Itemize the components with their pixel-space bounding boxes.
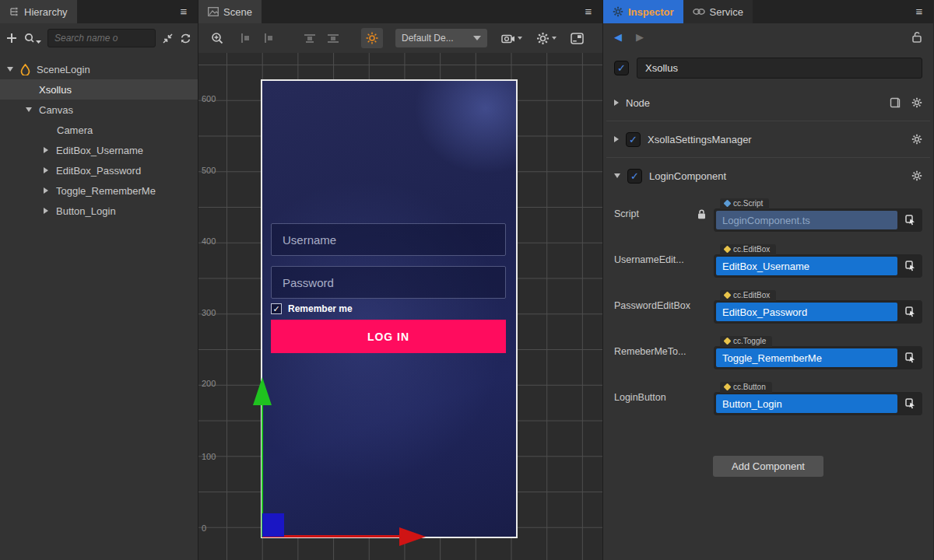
expand-arrow-icon[interactable] (7, 67, 13, 72)
login-component-header[interactable]: ✓ LoginComponent (603, 164, 933, 187)
ruler-label: 400 (202, 236, 220, 246)
component-enabled-checkbox[interactable]: ✓ (627, 169, 642, 184)
camera-tool[interactable] (501, 33, 522, 44)
refresh-icon[interactable] (180, 33, 191, 44)
gear-icon[interactable] (911, 170, 922, 181)
login-button-reference[interactable]: Button_Login (716, 394, 897, 413)
asset-picker-button[interactable] (900, 211, 920, 229)
tree-item-scenelogin[interactable]: SceneLogin (0, 59, 198, 79)
game-canvas-preview[interactable]: Username Password ✓ Remember me LOG IN (261, 79, 518, 538)
gear-icon[interactable] (911, 97, 922, 108)
scene-asset-icon (20, 64, 30, 75)
expand-arrow-icon[interactable] (26, 107, 32, 112)
username-editbox-property-label: UsernameEdit... (614, 254, 684, 265)
tree-item-button-login[interactable]: Button_Login (0, 201, 198, 221)
ruler-label: 0 (202, 523, 220, 533)
tree-item-canvas[interactable]: Canvas (0, 100, 198, 120)
password-editbox-reference[interactable]: EditBox_Password (716, 303, 897, 321)
username-field[interactable]: Username (271, 223, 506, 256)
password-editbox-property-label: PasswordEditBox (614, 300, 690, 311)
tab-hierarchy[interactable]: Hierarchy (0, 0, 77, 23)
search-input[interactable] (47, 29, 156, 47)
node-picker-button[interactable] (900, 303, 920, 321)
align-top-icon[interactable] (304, 33, 316, 44)
collapsed-arrow-icon[interactable] (614, 136, 619, 142)
scene-viewport[interactable]: 600 500 400 300 200 100 0 Username Passw… (198, 53, 602, 560)
asset-type-icon (724, 200, 732, 208)
hierarchy-menu-icon[interactable]: ≡ (177, 5, 190, 18)
username-editbox-reference[interactable]: EditBox_Username (716, 257, 897, 275)
collapsed-arrow-icon[interactable] (44, 147, 48, 153)
component-enabled-checkbox[interactable]: ✓ (626, 132, 641, 147)
node-picker-button[interactable] (900, 348, 920, 367)
remember-me-toggle[interactable]: ✓ Remember me (271, 303, 353, 314)
hierarchy-panel: Hierarchy ≡ (0, 0, 198, 560)
scene-image-icon (208, 7, 219, 16)
asset-type-icon (724, 338, 732, 345)
tree-item-label: Camera (57, 124, 93, 136)
node-name-input[interactable] (637, 58, 922, 79)
origin-handle[interactable] (262, 513, 284, 537)
login-component-label: LoginComponent (649, 170, 726, 182)
node-picker-button[interactable] (900, 394, 920, 413)
x-axis-arrowhead-icon[interactable] (399, 527, 426, 546)
password-field[interactable]: Password (271, 266, 506, 299)
inspector-menu-icon[interactable]: ≡ (913, 5, 925, 18)
script-asset-reference[interactable]: LoginComponent.ts (716, 211, 897, 229)
tab-scene-label: Scene (223, 6, 252, 18)
y-axis-arrowhead-icon[interactable] (253, 377, 272, 405)
hierarchy-toolbar (0, 23, 198, 53)
scene-toolbar: Default De... (198, 23, 602, 53)
node-active-checkbox[interactable]: ✓ (614, 61, 629, 75)
add-component-button[interactable]: Add Component (713, 456, 823, 477)
tree-item-toggle-rememberme[interactable]: Toggle_RememberMe (0, 180, 198, 201)
collapsed-arrow-icon[interactable] (44, 187, 48, 194)
tree-item-label: Toggle_RememberMe (56, 185, 156, 197)
node-section-header[interactable]: Node (603, 91, 933, 114)
collapsed-arrow-icon[interactable] (44, 167, 48, 173)
tree-item-editbox-password[interactable]: EditBox_Password (0, 160, 198, 180)
log-in-button[interactable]: LOG IN (271, 320, 506, 353)
back-arrow-icon[interactable]: ◀ (614, 31, 622, 43)
login-button-property-label: LoginButton (614, 392, 666, 403)
tree-item-label: Button_Login (56, 205, 116, 217)
docs-icon[interactable] (890, 97, 901, 108)
collapse-all-icon[interactable] (162, 33, 174, 44)
collapsed-arrow-icon[interactable] (614, 100, 619, 106)
scene-settings-tool[interactable] (536, 32, 557, 45)
tree-item-editbox-username[interactable]: EditBox_Username (0, 140, 198, 160)
gizmo-toggle-button[interactable] (361, 28, 383, 48)
collapsed-arrow-icon[interactable] (44, 208, 48, 214)
unlock-icon[interactable] (911, 31, 922, 43)
tree-item-label: EditBox_Password (56, 165, 141, 177)
align-middle-v-icon[interactable] (327, 33, 339, 44)
forward-arrow-icon[interactable]: ▶ (636, 31, 644, 43)
layout-tool[interactable] (571, 33, 584, 44)
camera-preset-dropdown[interactable]: Default De... (395, 29, 487, 47)
tree-item-label: Xsollus (39, 84, 72, 96)
settings-manager-header[interactable]: ✓ XsollaSettingsManager (603, 128, 933, 151)
zoom-icon[interactable] (211, 32, 224, 45)
tab-service[interactable]: Service (683, 0, 753, 23)
tab-scene[interactable]: Scene (198, 0, 262, 23)
tree-item-xsollus[interactable]: Xsollus (0, 79, 198, 100)
align-left-icon[interactable] (240, 33, 251, 44)
add-node-icon[interactable] (6, 33, 17, 44)
tree-item-label: SceneLogin (37, 64, 90, 75)
ruler-label: 500 (202, 166, 220, 175)
search-filter-icon[interactable] (23, 32, 41, 44)
checkbox-check-icon[interactable]: ✓ (271, 303, 282, 314)
node-name-row: ✓ (603, 58, 933, 79)
tree-item-camera[interactable]: Camera (0, 120, 198, 140)
expand-arrow-icon[interactable] (614, 173, 620, 178)
scene-menu-icon[interactable]: ≡ (582, 5, 595, 18)
password-placeholder: Password (283, 276, 334, 289)
align-center-h-icon[interactable] (262, 33, 274, 44)
rememberme-toggle-reference[interactable]: Toggle_RememberMe (716, 348, 897, 367)
scene-tabbar: Scene ≡ (198, 0, 602, 23)
tab-inspector[interactable]: Inspector (603, 0, 683, 23)
node-picker-button[interactable] (900, 257, 920, 275)
gear-icon[interactable] (911, 134, 922, 145)
panes-icon (571, 33, 584, 44)
scene-panel: Scene ≡ (198, 0, 603, 560)
